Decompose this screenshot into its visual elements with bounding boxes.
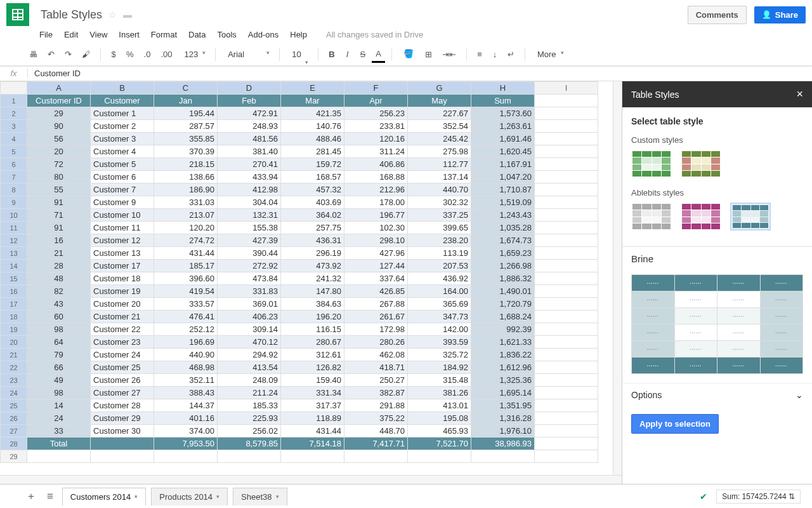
format-currency-icon[interactable]: $ — [107, 47, 120, 62]
preview-style-name: Brine — [622, 246, 812, 271]
comments-button[interactable]: Comments — [688, 6, 747, 24]
menu-tools[interactable]: Tools — [217, 30, 236, 39]
menu-insert[interactable]: Insert — [119, 30, 140, 39]
chevron-down-icon: ⌄ — [796, 390, 803, 400]
apply-button[interactable]: Apply to selection — [631, 414, 719, 434]
format-percent-icon[interactable]: % — [122, 47, 138, 62]
italic-icon[interactable]: I — [341, 47, 354, 62]
fill-color-icon[interactable]: 🪣 — [398, 46, 419, 63]
tab-menu-icon[interactable]: ▾ — [216, 493, 219, 500]
star-icon[interactable]: ☆ — [108, 10, 117, 20]
print-icon[interactable]: 🖶 — [25, 47, 41, 62]
style-preview — [631, 274, 803, 374]
menu-bar: File Edit View Insert Format Data Tools … — [0, 25, 812, 43]
menu-edit[interactable]: Edit — [64, 30, 78, 39]
status-check-icon: ✔ — [700, 491, 707, 502]
ablebits-styles-label: Ablebits styles — [622, 188, 812, 203]
toolbar: 🖶 ↶ ↷ 🖌 $ % .0 .00 123 Arial 10 B I S A … — [0, 43, 812, 66]
menu-file[interactable]: File — [39, 30, 53, 39]
borders-icon[interactable]: ⊞ — [421, 47, 436, 62]
sidebar-title: Table Styles — [631, 90, 679, 100]
font-size-select[interactable]: 10 — [286, 48, 311, 61]
sheets-app-icon[interactable] — [6, 3, 29, 26]
format-number-select[interactable]: 123 — [178, 48, 209, 61]
save-status: All changes saved in Drive — [326, 30, 423, 39]
style-thumb-olive[interactable] — [681, 150, 721, 178]
sum-display[interactable]: Sum: 157425.7244 ⇅ — [716, 490, 801, 504]
vertical-scrollbar[interactable] — [613, 81, 622, 475]
menu-help[interactable]: Help — [290, 30, 307, 39]
tab-menu-icon[interactable]: ▾ — [134, 493, 138, 500]
paint-format-icon[interactable]: 🖌 — [78, 47, 94, 62]
menu-data[interactable]: Data — [188, 30, 206, 39]
all-sheets-icon[interactable]: ≡ — [43, 488, 57, 505]
menu-addons[interactable]: Add-ons — [248, 30, 278, 39]
merge-cells-icon[interactable]: ⇥⇤ — [438, 47, 460, 62]
style-thumb-magenta[interactable] — [681, 203, 721, 231]
formula-input[interactable]: Customer ID — [28, 69, 812, 78]
strikethrough-icon[interactable]: S — [357, 47, 370, 62]
valign-icon[interactable]: ↓ — [488, 47, 501, 62]
style-thumb-green[interactable] — [631, 150, 672, 178]
sheet-tab-1[interactable]: Products 2014▾ — [151, 488, 228, 505]
font-select[interactable]: Arial — [222, 48, 273, 61]
menu-view[interactable]: View — [89, 30, 107, 39]
share-button[interactable]: Share — [754, 6, 806, 23]
bold-icon[interactable]: B — [325, 47, 338, 62]
tab-menu-icon[interactable]: ▾ — [276, 493, 279, 500]
menu-format[interactable]: Format — [151, 30, 177, 39]
align-icon[interactable]: ≡ — [473, 47, 486, 62]
text-color-icon[interactable]: A — [372, 46, 385, 63]
more-toolbar[interactable]: More — [532, 48, 567, 61]
horizontal-scrollbar[interactable] — [0, 475, 622, 484]
sheet-tab-2[interactable]: Sheet38▾ — [233, 488, 287, 505]
fx-label: fx — [0, 69, 28, 78]
document-title[interactable]: Table Styles — [41, 8, 102, 22]
sidebar-panel: Table Styles × Select table style Custom… — [622, 81, 812, 484]
style-thumb-gray[interactable] — [631, 203, 672, 231]
folder-icon[interactable]: ▬ — [123, 10, 132, 20]
add-sheet-icon[interactable]: + — [24, 488, 38, 505]
decrease-decimal-icon[interactable]: .0 — [140, 47, 155, 62]
undo-icon[interactable]: ↶ — [44, 47, 58, 62]
sheet-tabs: + ≡ Customers 2014▾ Products 2014▾ Sheet… — [0, 484, 812, 508]
style-thumb-brine[interactable] — [730, 203, 771, 231]
custom-styles-label: Custom styles — [622, 135, 812, 150]
sheet-tab-0[interactable]: Customers 2014▾ — [62, 488, 146, 505]
wrap-icon[interactable]: ↵ — [504, 47, 518, 62]
options-toggle[interactable]: Options ⌄ — [622, 383, 812, 406]
sidebar-subtitle: Select table style — [622, 107, 812, 135]
increase-decimal-icon[interactable]: .00 — [157, 47, 176, 62]
spreadsheet-grid[interactable]: ABCDEFGHI1Customer IDCustomerJanFebMarAp… — [0, 81, 598, 463]
redo-icon[interactable]: ↷ — [61, 47, 75, 62]
close-icon[interactable]: × — [796, 88, 803, 101]
